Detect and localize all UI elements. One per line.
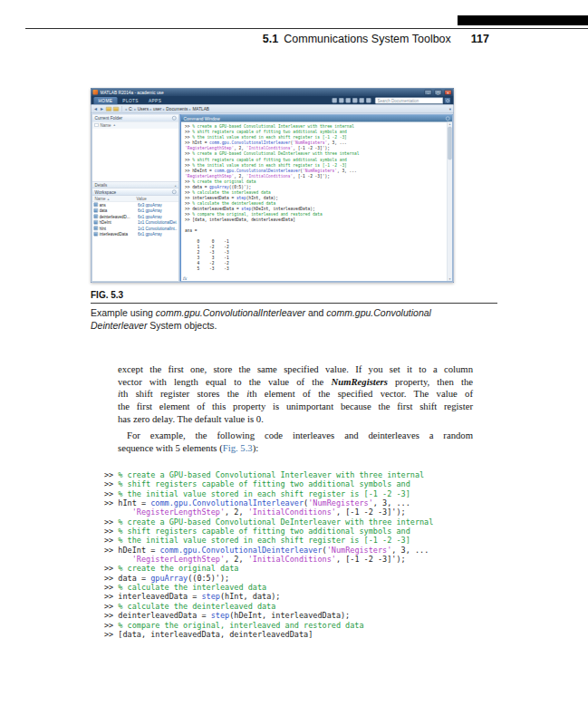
- breadcrumb-separator-icon: ▸: [125, 107, 127, 111]
- workspace-row[interactable]: hDeInt1x1 ConvolutionalDei...: [92, 219, 178, 226]
- sort-asc-icon: ▲: [107, 198, 110, 201]
- variable-value: 1x1 ConvolutionalDei...: [138, 220, 178, 225]
- ribbon-tab-plots[interactable]: PLOTS: [118, 97, 143, 105]
- breadcrumb-item[interactable]: Users: [138, 106, 149, 111]
- variable-name: hInt: [100, 226, 137, 230]
- running-header: 5.1Communications System Toolbox 117: [263, 33, 489, 45]
- breadcrumb-item[interactable]: Documents: [166, 106, 188, 111]
- body-paragraph: For example, the following code interlea…: [118, 430, 473, 454]
- workspace-row[interactable]: hInt1x1 ConvolutionalInt...: [92, 226, 178, 232]
- figure-label: FIG. 5.3: [91, 290, 123, 300]
- breadcrumb-separator-icon: ▸: [189, 107, 191, 111]
- variable-name: ans: [100, 202, 137, 207]
- figure-reference-link[interactable]: Fig. 5.3: [223, 442, 253, 453]
- folder-up-icon[interactable]: [113, 107, 119, 111]
- workspace-header[interactable]: Workspace: [92, 188, 178, 196]
- scrollbar[interactable]: ▲ ▼: [448, 122, 453, 282]
- back-icon[interactable]: ◄: [93, 107, 98, 111]
- current-folder-list[interactable]: [92, 129, 178, 182]
- variable-name: hDeInt: [100, 220, 137, 225]
- variable-icon: [94, 208, 99, 213]
- panel-menu-icon[interactable]: [172, 116, 177, 121]
- ribbon-tabs: HOMEPLOTSAPPS: [94, 96, 167, 105]
- breadcrumb-item[interactable]: user: [153, 106, 161, 111]
- toolbar-icon[interactable]: [339, 98, 344, 103]
- breadcrumb: ▸C:▸Users▸user▸Documents▸MATLAB: [125, 106, 447, 111]
- command-window-title: Command Window: [184, 116, 220, 121]
- command-window-panel: Command Window >> % create a GPU-based C…: [180, 114, 453, 282]
- variable-name: deinterleavedD...: [100, 214, 137, 218]
- command-window-content[interactable]: >> % create a GPU-based Convolutional In…: [181, 122, 452, 282]
- variable-icon: [94, 203, 99, 208]
- toolbar-icon[interactable]: [346, 98, 352, 103]
- toolbar-icon[interactable]: [366, 98, 371, 103]
- search-input[interactable]: [375, 97, 443, 103]
- ribbon-tab-apps[interactable]: APPS: [144, 97, 166, 105]
- folder-icon[interactable]: [106, 107, 111, 111]
- toolbar-icon[interactable]: [360, 98, 365, 103]
- checkbox-icon[interactable]: [95, 123, 99, 127]
- command-window-header[interactable]: Command Window: [181, 115, 452, 122]
- variable-value: 6x1 gpuArray: [138, 232, 162, 237]
- current-folder-title: Current Folder: [95, 116, 123, 121]
- toolbar-icon[interactable]: [352, 98, 358, 103]
- workspace-area: Current Folder Name ▲ Details ▴ Workspac…: [92, 113, 454, 283]
- left-sidebar: Current Folder Name ▲ Details ▴ Workspac…: [92, 114, 179, 282]
- ribbon-tab-home[interactable]: HOME: [94, 97, 118, 105]
- function-hints-icon[interactable]: fx: [183, 276, 188, 281]
- variable-value: 1x1 ConvolutionalInt...: [138, 226, 178, 230]
- details-bar[interactable]: Details ▴: [92, 182, 178, 189]
- variable-value: 6x3 gpuArray: [138, 202, 162, 207]
- scroll-down-icon[interactable]: ▼: [448, 277, 452, 282]
- matlab-logo-icon: [93, 90, 99, 95]
- current-folder-column-header[interactable]: Name ▲: [92, 122, 178, 129]
- window-title: MATLAB R2014a - academic use: [101, 90, 422, 95]
- name-column-label: Name: [101, 122, 111, 127]
- title-bar[interactable]: MATLAB R2014a - academic use – ▢ ✕: [92, 89, 454, 97]
- chapter-edge-tab: [458, 15, 588, 25]
- variable-icon: [94, 220, 99, 225]
- section-number: 5.1: [263, 33, 278, 45]
- breadcrumb-separator-icon: ▸: [150, 107, 152, 111]
- ribbon-tab-row: HOMEPLOTSAPPS: [92, 96, 454, 105]
- variable-value: 6x1 gpuArray: [138, 208, 162, 213]
- workspace-name-column: Name ▲: [95, 197, 135, 201]
- panel-menu-icon[interactable]: [172, 190, 177, 195]
- variable-icon: [94, 232, 99, 237]
- workspace-value-column: Value: [137, 197, 147, 201]
- scrollbar-thumb[interactable]: [448, 127, 452, 160]
- variable-icon: [94, 215, 99, 219]
- maximize-button[interactable]: ▢: [435, 90, 442, 95]
- variable-name: interleavedData: [100, 232, 137, 237]
- variable-value: 6x1 gpuArray: [138, 214, 162, 218]
- workspace-title: Workspace: [95, 189, 117, 195]
- breadcrumb-item[interactable]: C:: [129, 106, 133, 111]
- current-folder-header[interactable]: Current Folder: [92, 115, 178, 122]
- sort-asc-icon[interactable]: ▲: [113, 123, 116, 127]
- breadcrumb-separator-icon: ▸: [134, 107, 136, 111]
- matlab-window-frame: MATLAB R2014a - academic use – ▢ ✕ HOMEP…: [91, 88, 454, 283]
- address-toolbar: ◄ ► ▸C:▸Users▸user▸Documents▸MATLAB ▾: [92, 105, 454, 114]
- figure-caption: Example using comm.gpu.ConvolutionalInte…: [91, 307, 507, 332]
- code-listing: >> % create a GPU-based Convolutional In…: [104, 470, 433, 639]
- page-number: 117: [471, 33, 489, 45]
- close-button[interactable]: ✕: [445, 90, 452, 95]
- scroll-up-icon[interactable]: ▲: [448, 122, 452, 127]
- header-rule: [25, 28, 588, 29]
- breadcrumb-item[interactable]: MATLAB: [192, 106, 209, 111]
- collapse-up-icon[interactable]: ▴: [175, 183, 177, 187]
- variable-name: data: [100, 208, 137, 213]
- panel-menu-icon[interactable]: [446, 116, 450, 121]
- body-paragraph: except the first one, store the same spe…: [118, 363, 473, 426]
- section-heading: 5.1Communications System Toolbox: [263, 33, 451, 45]
- figure-rule: [91, 303, 497, 304]
- toolbar-icon[interactable]: [333, 98, 338, 103]
- forward-icon[interactable]: ►: [100, 107, 104, 111]
- search-icon[interactable]: [444, 97, 451, 103]
- section-title: Communications System Toolbox: [284, 33, 451, 45]
- workspace-empty-area[interactable]: [92, 237, 178, 282]
- minimize-button[interactable]: –: [425, 90, 432, 95]
- chevron-down-icon[interactable]: ▾: [449, 107, 451, 111]
- breadcrumb-separator-icon: ▸: [163, 107, 165, 111]
- toolbar-divider: [121, 106, 122, 111]
